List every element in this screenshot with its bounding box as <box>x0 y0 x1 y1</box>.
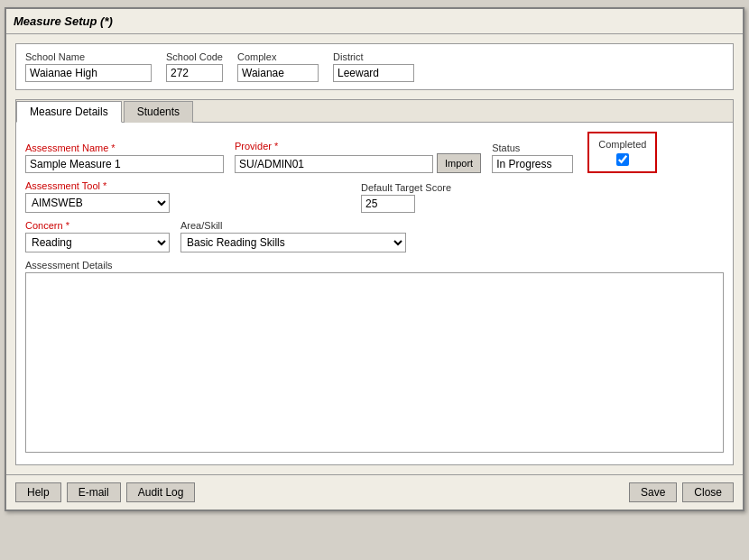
close-button[interactable]: Close <box>682 482 734 502</box>
status-input[interactable] <box>492 155 573 173</box>
tab-measure-details[interactable]: Measure Details <box>16 101 122 123</box>
district-value: Leeward <box>333 64 414 82</box>
provider-label: Provider * <box>235 141 481 151</box>
area-skill-select[interactable]: Basic Reading Skills <box>180 233 406 252</box>
status-label: Status <box>492 142 573 153</box>
footer: Help E-mail Audit Log Save Close <box>6 474 743 510</box>
save-button[interactable]: Save <box>629 482 677 502</box>
title-bar: Measure Setup (*) <box>6 9 743 34</box>
school-code-group: School Code 272 <box>166 51 223 82</box>
district-group: District Leeward <box>333 51 414 82</box>
school-info-box: School Name Waianae High School Code 272… <box>15 43 734 90</box>
status-group: Status Completed <box>492 132 657 173</box>
assessment-name-label: Assessment Name * <box>25 142 224 153</box>
completed-checkbox-wrap <box>616 153 629 166</box>
audit-log-button[interactable]: Audit Log <box>126 482 196 502</box>
tabs-header: Measure Details Students <box>16 100 733 123</box>
main-window: Measure Setup (*) School Name Waianae Hi… <box>5 7 744 511</box>
completed-box: Completed <box>587 132 657 173</box>
email-button[interactable]: E-mail <box>67 482 121 502</box>
form-row-2: Assessment Tool * AIMSWEB Default Target… <box>25 180 724 213</box>
tab-students[interactable]: Students <box>124 101 193 123</box>
assessment-tool-field: Assessment Tool * AIMSWEB <box>25 180 170 213</box>
footer-right: Save Close <box>629 482 734 502</box>
complex-label: Complex <box>237 51 319 62</box>
complex-value: Waianae <box>237 64 319 82</box>
default-target-label: Default Target Score <box>361 182 451 193</box>
form-row-1: Assessment Name * Provider * Import Stat… <box>25 132 724 173</box>
provider-row: Import <box>235 153 481 173</box>
school-name-value: Waianae High <box>25 64 152 82</box>
assessment-tool-select[interactable]: AIMSWEB <box>25 193 170 213</box>
area-skill-field: Area/Skill Basic Reading Skills <box>180 220 406 252</box>
tab-content-measure-details: Assessment Name * Provider * Import Stat… <box>16 123 733 464</box>
form-row-3: Concern * Reading Area/Skill Basic Readi… <box>25 220 724 252</box>
import-button[interactable]: Import <box>437 153 481 173</box>
concern-label: Concern * <box>25 220 170 231</box>
provider-input[interactable] <box>235 155 433 173</box>
concern-field: Concern * Reading <box>25 220 170 252</box>
completed-checkbox[interactable] <box>616 153 629 166</box>
school-code-value: 272 <box>166 64 223 82</box>
default-target-input[interactable] <box>361 195 415 213</box>
tabs-container: Measure Details Students Assessment Name… <box>15 99 734 465</box>
status-field: Status <box>492 142 573 173</box>
complex-group: Complex Waianae <box>237 51 319 82</box>
assessment-tool-label: Assessment Tool * <box>25 180 170 191</box>
window-title: Measure Setup (*) <box>14 14 113 28</box>
provider-field: Provider * Import <box>235 141 481 173</box>
assessment-name-field: Assessment Name * <box>25 142 224 173</box>
assessment-details-textarea[interactable] <box>25 272 724 453</box>
school-code-label: School Code <box>166 51 223 62</box>
district-label: District <box>333 51 414 62</box>
school-name-group: School Name Waianae High <box>25 51 152 82</box>
completed-label: Completed <box>598 139 646 150</box>
assessment-details-label: Assessment Details <box>25 260 724 271</box>
area-skill-label: Area/Skill <box>180 220 406 231</box>
assessment-name-input[interactable] <box>25 155 224 173</box>
default-target-field: Default Target Score <box>361 182 451 213</box>
help-button[interactable]: Help <box>15 482 61 502</box>
assessment-details-area: Assessment Details <box>25 260 724 455</box>
school-name-label: School Name <box>25 51 152 62</box>
footer-left: Help E-mail Audit Log <box>15 482 195 502</box>
school-info-row: School Name Waianae High School Code 272… <box>25 51 724 82</box>
content-area: School Name Waianae High School Code 272… <box>6 34 743 474</box>
concern-select[interactable]: Reading <box>25 233 170 252</box>
